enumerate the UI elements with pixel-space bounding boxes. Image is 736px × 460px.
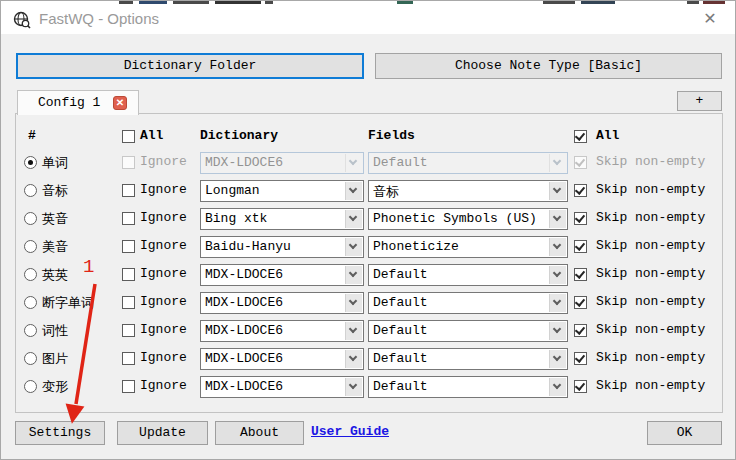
settings-button[interactable]: Settings [15,421,105,445]
dictionary-select[interactable]: MDX-LDOCE6 [200,348,364,370]
skip-label: Skip non-empty [596,350,705,365]
config-row: 词性 Ignore MDX-LDOCE6 Default Skip non-em… [16,318,722,344]
skip-checkbox[interactable] [574,268,587,281]
fields-value: Default [373,295,428,310]
skip-checkbox[interactable] [574,352,587,365]
window-close-button[interactable]: ✕ [699,8,721,30]
row-radio[interactable] [24,240,37,253]
skip-label: Skip non-empty [596,322,705,337]
row-radio[interactable] [24,352,37,365]
row-radio[interactable] [24,184,37,197]
dictionary-select[interactable]: Longman [200,180,364,202]
dictionary-select[interactable]: MDX-LDOCE6 [200,292,364,314]
all-ignore-checkbox[interactable] [122,130,135,143]
row-label: 美音 [42,238,68,256]
user-guide-link[interactable]: User Guide [311,424,389,439]
chevron-down-icon [345,266,362,284]
chevron-down-icon [549,182,566,200]
dictionary-select[interactable]: Baidu-Hanyu [200,236,364,258]
add-config-button[interactable]: + [677,91,722,111]
skip-checkbox [574,156,587,169]
row-label: 图片 [42,350,68,368]
choose-note-type-button[interactable]: Choose Note Type [Basic] [375,53,722,79]
fields-select: Default [368,152,568,174]
ignore-checkbox[interactable] [122,240,135,253]
ignore-label: Ignore [140,266,187,281]
dictionary-select[interactable]: MDX-LDOCE6 [200,376,364,398]
fields-value: 音标 [373,183,399,201]
row-radio[interactable] [24,324,37,337]
dictionary-select[interactable]: Bing xtk [200,208,364,230]
row-radio[interactable] [24,380,37,393]
fields-select[interactable]: Default [368,292,568,314]
chevron-down-icon [549,238,566,256]
dictionary-folder-button[interactable]: Dictionary Folder [16,53,364,79]
ignore-checkbox[interactable] [122,352,135,365]
header-all-right: All [596,128,619,143]
fields-select[interactable]: Phonetic Symbols (US) [368,208,568,230]
dictionary-select[interactable]: MDX-LDOCE6 [200,264,364,286]
all-skip-checkbox[interactable] [574,130,587,143]
chevron-down-icon [345,210,362,228]
row-label: 单词 [42,154,68,172]
fields-select[interactable]: Default [368,264,568,286]
app-globe-icon [13,11,31,29]
skip-checkbox[interactable] [574,184,587,197]
config-row: 音标 Ignore Longman 音标 Skip non-empty [16,178,722,204]
skip-checkbox[interactable] [574,240,587,253]
ignore-label: Ignore [140,378,187,393]
ignore-checkbox [122,156,135,169]
ignore-checkbox[interactable] [122,380,135,393]
row-radio[interactable] [24,156,37,169]
skip-checkbox[interactable] [574,212,587,225]
row-radio[interactable] [24,212,37,225]
annotation-step-number: 1 [83,256,94,278]
tab-label: Config 1 [38,95,100,110]
skip-checkbox[interactable] [574,324,587,337]
config-row: 断字单词 Ignore MDX-LDOCE6 Default Skip non-… [16,290,722,316]
row-radio[interactable] [24,268,37,281]
dictionary-value: MDX-LDOCE6 [205,295,283,310]
ignore-checkbox[interactable] [122,212,135,225]
skip-label: Skip non-empty [596,266,705,281]
update-button[interactable]: Update [117,421,208,445]
fields-value: Phonetic Symbols (US) [373,211,537,226]
row-label: 音标 [42,182,68,200]
dictionary-select[interactable]: MDX-LDOCE6 [200,320,364,342]
chevron-down-icon [549,294,566,312]
ignore-checkbox[interactable] [122,184,135,197]
config-panel: # All Dictionary Fields All 单词 Ignore MD… [15,113,723,413]
row-label: 变形 [42,378,68,396]
skip-label: Skip non-empty [596,238,705,253]
ignore-label: Ignore [140,182,187,197]
ignore-checkbox[interactable] [122,324,135,337]
chevron-down-icon [345,154,362,172]
dictionary-select: MDX-LDOCE6 [200,152,364,174]
ok-button[interactable]: OK [647,421,722,445]
tab-config-1[interactable]: Config 1 ✕ [17,90,139,115]
ignore-checkbox[interactable] [122,268,135,281]
dictionary-value: MDX-LDOCE6 [205,379,283,394]
row-label: 词性 [42,322,68,340]
chevron-down-icon [345,238,362,256]
skip-label: Skip non-empty [596,182,705,197]
fields-select[interactable]: Default [368,320,568,342]
tab-close-icon[interactable]: ✕ [113,96,127,110]
fields-select[interactable]: 音标 [368,180,568,202]
fields-select[interactable]: Default [368,376,568,398]
dictionary-value: MDX-LDOCE6 [205,323,283,338]
options-window: FastWQ - Options ✕ Dictionary Folder Cho… [0,0,736,460]
chevron-down-icon [549,154,566,172]
ignore-checkbox[interactable] [122,296,135,309]
row-radio[interactable] [24,296,37,309]
skip-checkbox[interactable] [574,380,587,393]
config-row: 图片 Ignore MDX-LDOCE6 Default Skip non-em… [16,346,722,372]
row-label: 断字单词 [42,294,94,312]
skip-checkbox[interactable] [574,296,587,309]
fields-select[interactable]: Default [368,348,568,370]
chevron-down-icon [345,322,362,340]
header-fields: Fields [368,128,415,143]
fields-value: Default [373,267,428,282]
about-button[interactable]: About [215,421,304,445]
fields-select[interactable]: Phoneticize [368,236,568,258]
